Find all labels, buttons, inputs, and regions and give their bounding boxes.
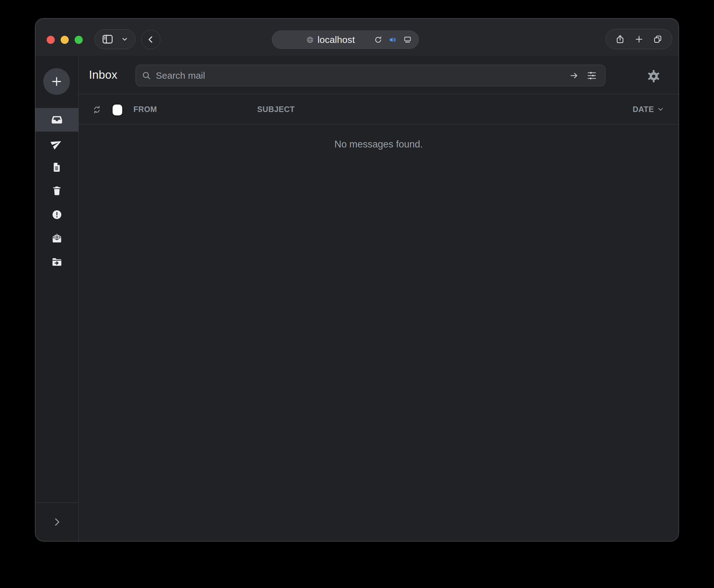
close-button[interactable] bbox=[47, 36, 55, 44]
desktop-background: localhost bbox=[0, 0, 714, 588]
zoom-button[interactable] bbox=[74, 36, 83, 44]
trash-icon bbox=[51, 185, 63, 196]
column-header-subject: SUBJECT bbox=[257, 105, 295, 114]
alert-circle-icon bbox=[51, 209, 63, 220]
select-all-checkbox[interactable] bbox=[113, 105, 122, 115]
search-input[interactable] bbox=[156, 70, 569, 81]
minimize-button[interactable] bbox=[61, 36, 69, 44]
mail-sidebar bbox=[36, 56, 79, 541]
page-appearance-icon[interactable] bbox=[403, 36, 412, 44]
column-header-date[interactable]: DATE bbox=[632, 105, 665, 114]
message-list-header: FROM SUBJECT DATE bbox=[79, 94, 678, 124]
folder-move-icon bbox=[51, 256, 63, 268]
refresh-icon[interactable] bbox=[92, 105, 102, 114]
sidebar-toggle-button[interactable] bbox=[94, 29, 135, 49]
search-icon bbox=[142, 71, 151, 81]
back-button[interactable] bbox=[141, 30, 160, 49]
gear-icon bbox=[647, 69, 661, 83]
url-text: localhost bbox=[318, 35, 355, 45]
tab-overview-icon[interactable] bbox=[653, 34, 663, 44]
window-actions bbox=[605, 29, 672, 49]
search-actions bbox=[569, 70, 597, 81]
address-bar-actions bbox=[374, 36, 412, 44]
content-header: Inbox bbox=[79, 56, 678, 94]
document-icon bbox=[51, 162, 63, 173]
send-plane-icon bbox=[51, 137, 63, 150]
address-bar[interactable]: localhost bbox=[272, 30, 419, 49]
sidebar-item-inbox[interactable] bbox=[36, 108, 78, 132]
date-label: DATE bbox=[632, 105, 654, 114]
empty-state-message: No messages found. bbox=[79, 139, 678, 150]
settings-button[interactable] bbox=[647, 69, 661, 83]
sidebar-item-drafts[interactable] bbox=[36, 155, 78, 179]
browser-window: localhost bbox=[36, 19, 678, 541]
reload-icon[interactable] bbox=[374, 36, 382, 44]
column-header-from: FROM bbox=[133, 105, 157, 114]
arrow-right-icon[interactable] bbox=[569, 71, 579, 81]
share-icon[interactable] bbox=[615, 34, 625, 44]
chevron-right-icon[interactable] bbox=[51, 517, 63, 528]
sidebar-item-sent[interactable] bbox=[36, 132, 78, 155]
filter-sliders-icon[interactable] bbox=[586, 70, 597, 81]
plus-icon bbox=[50, 75, 63, 88]
audio-playing-icon[interactable] bbox=[388, 36, 397, 44]
new-tab-icon[interactable] bbox=[634, 35, 644, 44]
sidebar-expand-section bbox=[36, 502, 78, 541]
compose-button[interactable] bbox=[43, 68, 70, 95]
search-bar bbox=[135, 65, 605, 86]
mail-open-icon bbox=[51, 232, 63, 244]
sidebar-item-folders[interactable] bbox=[36, 250, 78, 274]
address-content: localhost bbox=[306, 35, 355, 45]
page-title: Inbox bbox=[89, 56, 117, 94]
mail-app: Inbox bbox=[36, 56, 678, 541]
sidebar-panel-icon[interactable] bbox=[101, 33, 114, 45]
globe-icon bbox=[306, 36, 314, 44]
sort-chevron-down-icon bbox=[656, 105, 665, 113]
browser-toolbar: localhost bbox=[36, 19, 678, 56]
inbox-tray-icon bbox=[51, 113, 63, 126]
sidebar-item-spam[interactable] bbox=[36, 203, 78, 227]
sidebar-item-archive[interactable] bbox=[36, 227, 78, 250]
chevron-left-icon bbox=[146, 35, 155, 44]
mail-main: Inbox bbox=[79, 56, 678, 541]
chevron-down-icon[interactable] bbox=[121, 35, 129, 43]
message-list: No messages found. bbox=[79, 124, 678, 541]
sidebar-item-trash[interactable] bbox=[36, 179, 78, 203]
